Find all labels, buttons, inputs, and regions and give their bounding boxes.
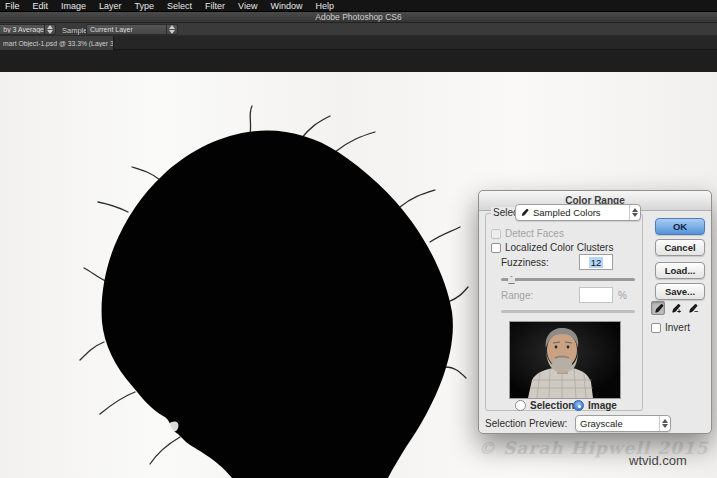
- load-button[interactable]: Load...: [655, 262, 705, 279]
- stepper-icon: [166, 25, 177, 34]
- checkbox-icon: [491, 229, 501, 239]
- selection-radio[interactable]: Selection: [515, 400, 574, 411]
- range-slider: [501, 307, 635, 315]
- ok-button[interactable]: OK: [655, 218, 705, 235]
- detect-faces-label: Detect Faces: [505, 228, 564, 239]
- range-input[interactable]: [579, 287, 613, 303]
- slider-track: [501, 310, 635, 313]
- range-label: Range:: [501, 290, 533, 301]
- fuzziness-label: Fuzziness:: [501, 257, 549, 268]
- slider-track: [501, 278, 635, 281]
- load-button-label: Load...: [665, 265, 696, 276]
- tool-options-bar: by 3 Average Sample: Current Layer: [0, 23, 717, 36]
- menu-select[interactable]: Select: [167, 0, 192, 12]
- invert-checkbox[interactable]: Invert: [651, 322, 690, 333]
- app-title: Adobe Photoshop CS6: [315, 12, 401, 22]
- range-unit: %: [618, 290, 627, 301]
- eyedropper-tools: + −: [651, 301, 699, 315]
- save-button[interactable]: Save...: [655, 283, 705, 300]
- add-to-sample-eyedropper-button[interactable]: +: [668, 301, 682, 315]
- sample-layer-dropdown[interactable]: Current Layer: [86, 24, 178, 35]
- document-tab[interactable]: mart Object-1.psd @ 33.3% (Layer 3, RGB/…: [0, 36, 114, 50]
- sample-size-dropdown[interactable]: by 3 Average: [0, 24, 56, 35]
- stepper-icon: [44, 25, 55, 34]
- save-button-label: Save...: [665, 286, 695, 297]
- fuzziness-slider[interactable]: [501, 275, 635, 283]
- app-title-bar: Adobe Photoshop CS6: [0, 12, 717, 23]
- localized-color-clusters-checkbox[interactable]: Localized Color Clusters: [491, 242, 613, 253]
- menu-window[interactable]: Window: [270, 0, 302, 12]
- sample-eyedropper-button[interactable]: [651, 301, 665, 315]
- color-range-dialog: Color Range Select: Sampled Colors Detec…: [478, 190, 712, 434]
- sample-layer-value: Current Layer: [87, 26, 166, 33]
- image-radio[interactable]: Image: [573, 400, 617, 411]
- detect-faces-checkbox[interactable]: Detect Faces: [491, 228, 564, 239]
- canvas-surround: [0, 50, 717, 72]
- portrait-thumbnail: [510, 322, 620, 398]
- subtract-from-sample-eyedropper-button[interactable]: −: [685, 301, 699, 315]
- stepper-icon: [659, 416, 670, 431]
- plus-glyph: +: [677, 308, 681, 315]
- localized-color-clusters-label: Localized Color Clusters: [505, 242, 613, 253]
- cancel-button[interactable]: Cancel: [655, 239, 705, 256]
- menu-filter[interactable]: Filter: [205, 0, 225, 12]
- fuzziness-value: 12: [589, 257, 604, 268]
- radio-icon: [515, 400, 526, 411]
- menu-edit[interactable]: Edit: [33, 0, 49, 12]
- menu-help[interactable]: Help: [315, 0, 334, 12]
- menu-type[interactable]: Type: [135, 0, 155, 12]
- photoshop-window: File Edit Image Layer Type Select Filter…: [0, 0, 717, 478]
- invert-label: Invert: [665, 322, 690, 333]
- menu-image[interactable]: Image: [61, 0, 86, 12]
- menu-bar: File Edit Image Layer Type Select Filter…: [0, 0, 717, 12]
- selection-preview-value: Grayscale: [576, 418, 659, 429]
- site-credit: wtvid.com: [629, 453, 687, 468]
- minus-glyph: −: [694, 308, 698, 315]
- menu-view[interactable]: View: [238, 0, 257, 12]
- menu-layer[interactable]: Layer: [99, 0, 122, 12]
- select-value: Sampled Colors: [529, 207, 629, 218]
- selection-preview-label: Selection Preview:: [485, 418, 567, 429]
- document-tab-label: mart Object-1.psd @ 33.3% (Layer 3, RGB/…: [0, 40, 113, 47]
- fuzziness-input[interactable]: 12: [579, 254, 613, 270]
- image-radio-label: Image: [588, 400, 617, 411]
- document-tab-bar: mart Object-1.psd @ 33.3% (Layer 3, RGB/…: [0, 36, 717, 50]
- sample-size-value: by 3 Average: [0, 26, 44, 33]
- eyedropper-icon: [653, 303, 664, 314]
- menu-file[interactable]: File: [5, 0, 20, 12]
- eyedropper-icon: [520, 208, 529, 217]
- select-dropdown[interactable]: Sampled Colors: [515, 204, 641, 221]
- ok-button-label: OK: [673, 221, 687, 232]
- checkbox-icon: [491, 243, 501, 253]
- selection-radio-label: Selection: [530, 400, 574, 411]
- checkbox-icon: [651, 323, 661, 333]
- stepper-icon: [629, 205, 640, 220]
- color-range-preview-image[interactable]: [509, 321, 621, 399]
- cancel-button-label: Cancel: [664, 242, 695, 253]
- selection-preview-dropdown[interactable]: Grayscale: [575, 415, 671, 432]
- radio-icon-selected: [573, 400, 584, 411]
